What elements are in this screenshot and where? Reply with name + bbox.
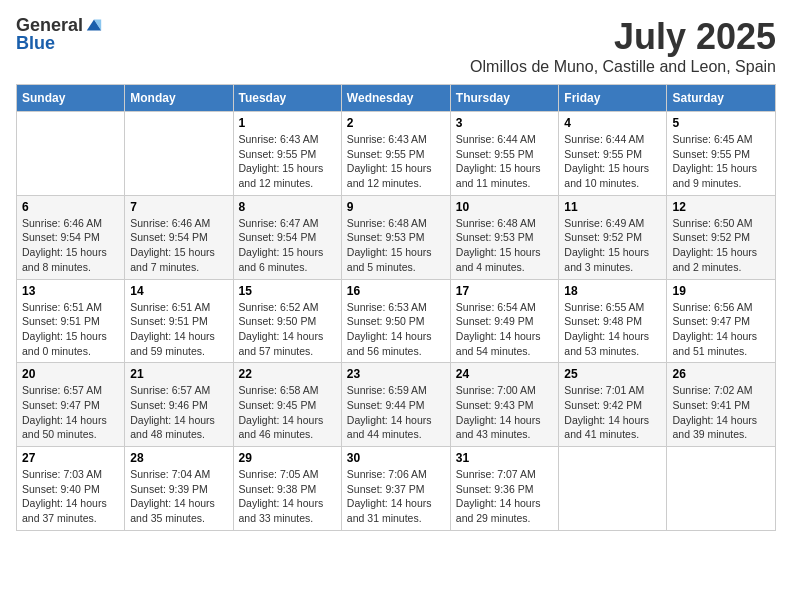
- day-number: 30: [347, 451, 445, 465]
- day-info: Sunrise: 6:52 AM Sunset: 9:50 PM Dayligh…: [239, 300, 336, 359]
- calendar-cell: 23Sunrise: 6:59 AM Sunset: 9:44 PM Dayli…: [341, 363, 450, 447]
- day-info: Sunrise: 6:56 AM Sunset: 9:47 PM Dayligh…: [672, 300, 770, 359]
- calendar-cell: 20Sunrise: 6:57 AM Sunset: 9:47 PM Dayli…: [17, 363, 125, 447]
- day-number: 24: [456, 367, 554, 381]
- day-info: Sunrise: 6:51 AM Sunset: 9:51 PM Dayligh…: [130, 300, 227, 359]
- day-info: Sunrise: 6:46 AM Sunset: 9:54 PM Dayligh…: [130, 216, 227, 275]
- header-friday: Friday: [559, 85, 667, 112]
- day-info: Sunrise: 6:43 AM Sunset: 9:55 PM Dayligh…: [239, 132, 336, 191]
- day-info: Sunrise: 6:50 AM Sunset: 9:52 PM Dayligh…: [672, 216, 770, 275]
- day-number: 19: [672, 284, 770, 298]
- day-number: 8: [239, 200, 336, 214]
- calendar-cell: 22Sunrise: 6:58 AM Sunset: 9:45 PM Dayli…: [233, 363, 341, 447]
- day-info: Sunrise: 6:48 AM Sunset: 9:53 PM Dayligh…: [456, 216, 554, 275]
- day-info: Sunrise: 6:54 AM Sunset: 9:49 PM Dayligh…: [456, 300, 554, 359]
- day-info: Sunrise: 7:05 AM Sunset: 9:38 PM Dayligh…: [239, 467, 336, 526]
- day-number: 9: [347, 200, 445, 214]
- calendar-cell: 12Sunrise: 6:50 AM Sunset: 9:52 PM Dayli…: [667, 195, 776, 279]
- day-number: 18: [564, 284, 661, 298]
- day-info: Sunrise: 6:51 AM Sunset: 9:51 PM Dayligh…: [22, 300, 119, 359]
- day-number: 11: [564, 200, 661, 214]
- day-info: Sunrise: 6:55 AM Sunset: 9:48 PM Dayligh…: [564, 300, 661, 359]
- day-info: Sunrise: 6:44 AM Sunset: 9:55 PM Dayligh…: [564, 132, 661, 191]
- calendar-cell: 7Sunrise: 6:46 AM Sunset: 9:54 PM Daylig…: [125, 195, 233, 279]
- day-number: 23: [347, 367, 445, 381]
- day-number: 10: [456, 200, 554, 214]
- day-info: Sunrise: 6:59 AM Sunset: 9:44 PM Dayligh…: [347, 383, 445, 442]
- day-info: Sunrise: 6:57 AM Sunset: 9:47 PM Dayligh…: [22, 383, 119, 442]
- header-thursday: Thursday: [450, 85, 559, 112]
- calendar-week-row: 27Sunrise: 7:03 AM Sunset: 9:40 PM Dayli…: [17, 447, 776, 531]
- day-info: Sunrise: 6:46 AM Sunset: 9:54 PM Dayligh…: [22, 216, 119, 275]
- calendar-cell: 13Sunrise: 6:51 AM Sunset: 9:51 PM Dayli…: [17, 279, 125, 363]
- day-number: 26: [672, 367, 770, 381]
- calendar-cell: 30Sunrise: 7:06 AM Sunset: 9:37 PM Dayli…: [341, 447, 450, 531]
- calendar-cell: 16Sunrise: 6:53 AM Sunset: 9:50 PM Dayli…: [341, 279, 450, 363]
- calendar-cell: 15Sunrise: 6:52 AM Sunset: 9:50 PM Dayli…: [233, 279, 341, 363]
- day-number: 15: [239, 284, 336, 298]
- day-number: 1: [239, 116, 336, 130]
- day-info: Sunrise: 6:58 AM Sunset: 9:45 PM Dayligh…: [239, 383, 336, 442]
- header-wednesday: Wednesday: [341, 85, 450, 112]
- calendar-cell: 6Sunrise: 6:46 AM Sunset: 9:54 PM Daylig…: [17, 195, 125, 279]
- main-title: July 2025: [470, 16, 776, 58]
- calendar-cell: 4Sunrise: 6:44 AM Sunset: 9:55 PM Daylig…: [559, 112, 667, 196]
- day-number: 28: [130, 451, 227, 465]
- calendar-cell: 8Sunrise: 6:47 AM Sunset: 9:54 PM Daylig…: [233, 195, 341, 279]
- page-header: General Blue July 2025 Olmillos de Muno,…: [16, 16, 776, 76]
- header-monday: Monday: [125, 85, 233, 112]
- logo-text-blue: Blue: [16, 33, 55, 53]
- calendar-cell: 29Sunrise: 7:05 AM Sunset: 9:38 PM Dayli…: [233, 447, 341, 531]
- day-info: Sunrise: 7:03 AM Sunset: 9:40 PM Dayligh…: [22, 467, 119, 526]
- day-info: Sunrise: 7:00 AM Sunset: 9:43 PM Dayligh…: [456, 383, 554, 442]
- calendar-header-row: SundayMondayTuesdayWednesdayThursdayFrid…: [17, 85, 776, 112]
- calendar-cell: 19Sunrise: 6:56 AM Sunset: 9:47 PM Dayli…: [667, 279, 776, 363]
- day-info: Sunrise: 7:04 AM Sunset: 9:39 PM Dayligh…: [130, 467, 227, 526]
- day-number: 5: [672, 116, 770, 130]
- calendar-cell: 31Sunrise: 7:07 AM Sunset: 9:36 PM Dayli…: [450, 447, 559, 531]
- calendar-week-row: 20Sunrise: 6:57 AM Sunset: 9:47 PM Dayli…: [17, 363, 776, 447]
- calendar-cell: 9Sunrise: 6:48 AM Sunset: 9:53 PM Daylig…: [341, 195, 450, 279]
- calendar-cell: [17, 112, 125, 196]
- logo-icon: [85, 16, 103, 34]
- calendar-cell: 27Sunrise: 7:03 AM Sunset: 9:40 PM Dayli…: [17, 447, 125, 531]
- day-info: Sunrise: 6:49 AM Sunset: 9:52 PM Dayligh…: [564, 216, 661, 275]
- day-number: 22: [239, 367, 336, 381]
- day-info: Sunrise: 6:43 AM Sunset: 9:55 PM Dayligh…: [347, 132, 445, 191]
- calendar-cell: 2Sunrise: 6:43 AM Sunset: 9:55 PM Daylig…: [341, 112, 450, 196]
- day-number: 25: [564, 367, 661, 381]
- header-saturday: Saturday: [667, 85, 776, 112]
- calendar-cell: [125, 112, 233, 196]
- calendar-cell: 21Sunrise: 6:57 AM Sunset: 9:46 PM Dayli…: [125, 363, 233, 447]
- day-number: 27: [22, 451, 119, 465]
- calendar-cell: 1Sunrise: 6:43 AM Sunset: 9:55 PM Daylig…: [233, 112, 341, 196]
- day-info: Sunrise: 6:57 AM Sunset: 9:46 PM Dayligh…: [130, 383, 227, 442]
- header-sunday: Sunday: [17, 85, 125, 112]
- day-info: Sunrise: 7:07 AM Sunset: 9:36 PM Dayligh…: [456, 467, 554, 526]
- day-number: 16: [347, 284, 445, 298]
- day-number: 6: [22, 200, 119, 214]
- day-number: 2: [347, 116, 445, 130]
- calendar-cell: 24Sunrise: 7:00 AM Sunset: 9:43 PM Dayli…: [450, 363, 559, 447]
- day-info: Sunrise: 7:02 AM Sunset: 9:41 PM Dayligh…: [672, 383, 770, 442]
- calendar-table: SundayMondayTuesdayWednesdayThursdayFrid…: [16, 84, 776, 531]
- calendar-cell: 11Sunrise: 6:49 AM Sunset: 9:52 PM Dayli…: [559, 195, 667, 279]
- day-number: 3: [456, 116, 554, 130]
- calendar-cell: [559, 447, 667, 531]
- calendar-cell: [667, 447, 776, 531]
- day-info: Sunrise: 6:44 AM Sunset: 9:55 PM Dayligh…: [456, 132, 554, 191]
- header-tuesday: Tuesday: [233, 85, 341, 112]
- day-info: Sunrise: 6:53 AM Sunset: 9:50 PM Dayligh…: [347, 300, 445, 359]
- day-info: Sunrise: 6:48 AM Sunset: 9:53 PM Dayligh…: [347, 216, 445, 275]
- day-number: 31: [456, 451, 554, 465]
- day-number: 21: [130, 367, 227, 381]
- day-info: Sunrise: 6:45 AM Sunset: 9:55 PM Dayligh…: [672, 132, 770, 191]
- logo: General Blue: [16, 16, 103, 53]
- day-number: 13: [22, 284, 119, 298]
- calendar-cell: 25Sunrise: 7:01 AM Sunset: 9:42 PM Dayli…: [559, 363, 667, 447]
- day-number: 17: [456, 284, 554, 298]
- day-number: 29: [239, 451, 336, 465]
- day-number: 4: [564, 116, 661, 130]
- calendar-cell: 28Sunrise: 7:04 AM Sunset: 9:39 PM Dayli…: [125, 447, 233, 531]
- day-info: Sunrise: 7:01 AM Sunset: 9:42 PM Dayligh…: [564, 383, 661, 442]
